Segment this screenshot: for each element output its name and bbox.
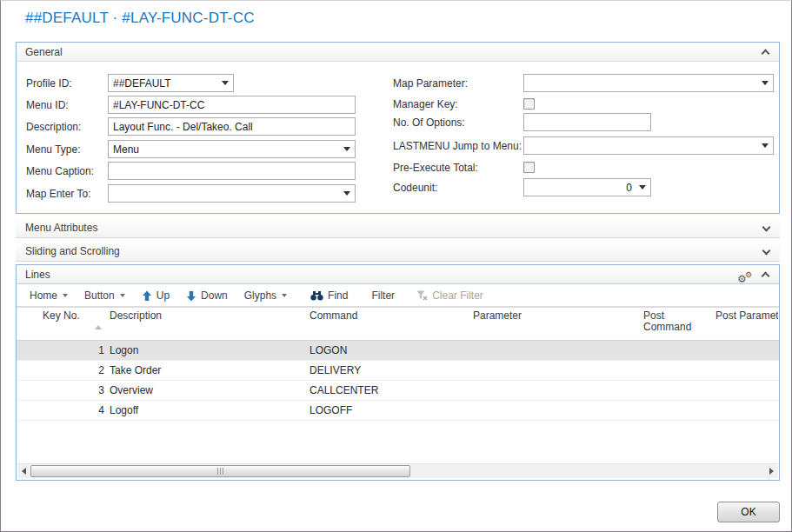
- sliding-scrolling-title: Sliding and Scrolling: [25, 245, 120, 257]
- scroll-left-arrow-icon[interactable]: [22, 468, 26, 475]
- dropdown-arrow-icon[interactable]: [222, 81, 229, 85]
- cell-key-no: 3: [43, 384, 104, 396]
- cell-command: DELIVERY: [309, 364, 361, 376]
- cell-description: Logoff: [110, 404, 138, 416]
- dialog-window: ##DEFAULT · #LAY-FUNC-DT-CC General Prof…: [0, 0, 792, 532]
- scroll-right-arrow-icon[interactable]: [769, 468, 774, 475]
- manager-key-label: Manager Key:: [393, 98, 458, 110]
- binoculars-icon: [310, 290, 323, 301]
- find-button[interactable]: Find: [306, 288, 352, 303]
- up-arrow-icon: [142, 290, 152, 302]
- general-fasttab-header[interactable]: General: [17, 43, 779, 62]
- pre-execute-total-checkbox[interactable]: [523, 162, 535, 173]
- menu-caption-label: Menu Caption:: [26, 165, 94, 177]
- codeunit-combobox[interactable]: 0: [523, 178, 651, 196]
- cell-key-no: 1: [43, 344, 104, 356]
- expand-chevron-icon[interactable]: [762, 247, 771, 256]
- lines-toolbar: Home Button Up Down Glyphs: [17, 285, 779, 307]
- codeunit-value: 0: [529, 182, 636, 194]
- table-row[interactable]: 2 Take Order DELIVERY: [17, 361, 779, 381]
- down-arrow-icon: [186, 290, 196, 302]
- expand-chevron-icon[interactable]: [762, 223, 771, 232]
- map-enter-to-combobox[interactable]: [108, 184, 356, 203]
- sliding-scrolling-section-header[interactable]: Sliding and Scrolling: [16, 242, 780, 262]
- menu-dropdown-icon: [282, 294, 287, 297]
- lines-fasttab-header[interactable]: Lines ⚙⚙: [17, 265, 779, 284]
- lines-fasttab-title: Lines: [25, 269, 50, 281]
- move-down-button[interactable]: Down: [182, 288, 232, 303]
- column-header-command[interactable]: Command: [309, 310, 457, 322]
- profile-id-value: ##DEFAULT: [113, 77, 218, 90]
- column-header-parameter[interactable]: Parameter: [473, 310, 621, 322]
- home-menu-button[interactable]: Home: [25, 288, 72, 303]
- menu-type-value: Menu: [113, 143, 340, 156]
- dropdown-arrow-icon[interactable]: [343, 191, 350, 196]
- sort-ascending-icon: [95, 325, 102, 329]
- table-row[interactable]: 3 Overview CALLCENTER: [17, 381, 779, 401]
- ok-button[interactable]: OK: [717, 502, 780, 522]
- cell-description: Overview: [110, 384, 153, 396]
- menu-id-input[interactable]: [108, 96, 356, 114]
- clear-filter-button[interactable]: Clear Filter: [412, 288, 488, 303]
- menu-dropdown-icon: [120, 294, 125, 297]
- scrollbar-thumb[interactable]: [30, 465, 410, 477]
- cell-description: Logon: [110, 344, 138, 356]
- actions-gear-icon[interactable]: ⚙⚙: [737, 267, 755, 283]
- map-enter-to-label: Map Enter To:: [26, 188, 90, 200]
- table-row[interactable]: 4 Logoff LOGOFF: [17, 401, 779, 421]
- map-parameter-combobox[interactable]: [523, 74, 774, 92]
- dropdown-arrow-icon[interactable]: [343, 147, 350, 151]
- map-parameter-label: Map Parameter:: [393, 77, 468, 90]
- column-header-post-parameter[interactable]: Post Parameter: [715, 310, 778, 322]
- menu-type-combobox[interactable]: Menu: [108, 140, 356, 158]
- manager-key-checkbox[interactable]: [523, 98, 535, 110]
- button-menu-button[interactable]: Button: [80, 288, 130, 303]
- codeunit-label: Codeunit:: [393, 182, 437, 194]
- menu-caption-input[interactable]: [108, 162, 356, 180]
- table-row[interactable]: 1 Logon LOGON: [17, 341, 779, 361]
- cell-command: LOGOFF: [309, 404, 352, 416]
- dropdown-arrow-icon[interactable]: [762, 81, 769, 85]
- menu-attributes-title: Menu Attributes: [25, 222, 97, 234]
- cell-command: LOGON: [309, 344, 347, 356]
- lastmenu-jump-combobox[interactable]: [523, 136, 774, 155]
- cell-command: CALLCENTER: [309, 384, 378, 396]
- glyphs-menu-button[interactable]: Glyphs: [240, 288, 291, 303]
- column-header-description[interactable]: Description: [110, 310, 283, 322]
- dropdown-arrow-icon[interactable]: [639, 185, 646, 190]
- cell-key-no: 2: [43, 364, 104, 376]
- general-fasttab-title: General: [25, 46, 63, 58]
- cell-description: Take Order: [110, 364, 161, 376]
- column-header-post-command[interactable]: Post Command: [643, 310, 695, 333]
- collapse-chevron-icon[interactable]: [762, 50, 770, 58]
- column-header-key-no[interactable]: Key No.: [43, 310, 97, 322]
- no-of-options-input[interactable]: [523, 113, 651, 131]
- menu-id-label: Menu ID:: [26, 99, 69, 111]
- description-input[interactable]: [108, 117, 356, 136]
- filter-button[interactable]: Filter: [367, 288, 399, 303]
- profile-id-combobox[interactable]: ##DEFAULT: [108, 74, 234, 92]
- dropdown-arrow-icon[interactable]: [762, 143, 769, 148]
- pre-execute-total-label: Pre-Execute Total:: [393, 162, 478, 174]
- menu-type-label: Menu Type:: [26, 143, 80, 156]
- cell-key-no: 4: [43, 404, 104, 416]
- table-header-top-divider: [17, 307, 779, 308]
- menu-attributes-section-header[interactable]: Menu Attributes: [16, 218, 780, 238]
- profile-id-label: Profile ID:: [26, 77, 72, 90]
- move-up-button[interactable]: Up: [137, 288, 174, 303]
- menu-dropdown-icon: [63, 294, 68, 297]
- clear-filter-icon: [416, 290, 428, 301]
- horizontal-scrollbar[interactable]: [17, 463, 778, 478]
- lines-fasttab: Lines ⚙⚙ Home Button Up: [16, 264, 780, 481]
- general-fasttab: General Profile ID: ##DEFAULT Menu ID: D…: [16, 42, 780, 214]
- lastmenu-jump-label: LASTMENU Jump to Menu:: [393, 140, 522, 152]
- collapse-chevron-icon[interactable]: [762, 272, 770, 281]
- page-title: ##DEFAULT · #LAY-FUNC-DT-CC: [25, 10, 255, 27]
- description-label: Description:: [26, 121, 81, 133]
- no-of-options-label: No. Of Options:: [393, 116, 465, 129]
